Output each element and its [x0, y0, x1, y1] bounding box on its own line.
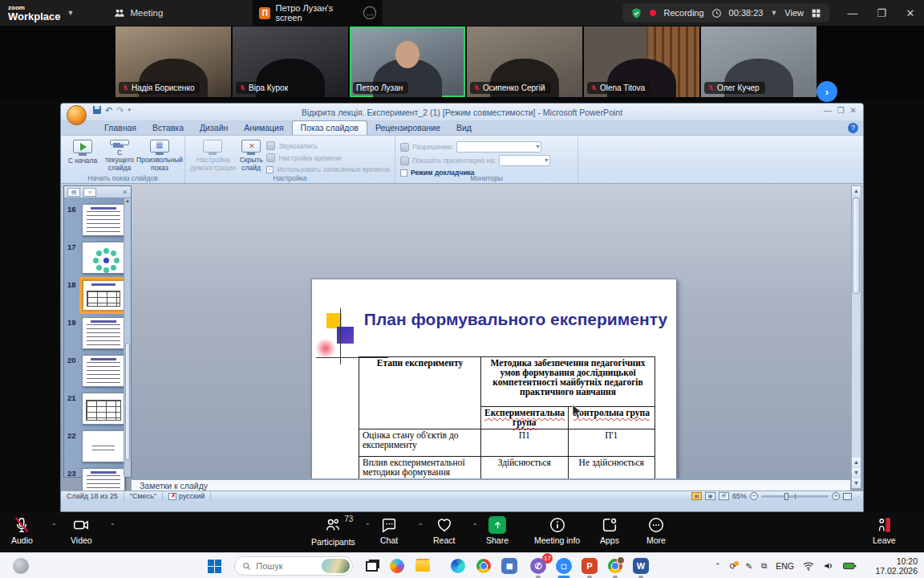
save-icon[interactable]: [93, 106, 101, 114]
taskbar-clock[interactable]: 10:20 17.02.2026: [875, 556, 918, 576]
tab-vstavka[interactable]: Вставка: [144, 121, 192, 135]
notes-pane[interactable]: Заметки к слайду: [132, 478, 850, 490]
audio-button[interactable]: Audio: [11, 516, 33, 545]
zoom-percentage[interactable]: 65%: [732, 492, 747, 500]
tab-animatsiya[interactable]: Анимация: [236, 121, 291, 135]
battery-icon[interactable]: [843, 561, 857, 571]
qat-chevron-icon[interactable]: ▾: [128, 107, 131, 113]
security-shield-icon[interactable]: [630, 7, 642, 19]
vertical-scrollbar[interactable]: ▲ ▲ ▼ ▼: [851, 185, 861, 489]
speaker-icon[interactable]: [823, 561, 834, 571]
leave-button[interactable]: Leave: [873, 516, 896, 545]
wifi-icon[interactable]: [803, 561, 814, 571]
task-view-button[interactable]: [363, 557, 380, 575]
search-input[interactable]: [256, 561, 317, 571]
tab-more-options-icon[interactable]: …: [363, 6, 376, 19]
sync-icon[interactable]: ⟳: [729, 561, 736, 571]
video-tile[interactable]: Віра Курок: [233, 26, 348, 97]
zoom-app-button[interactable]: ▢: [555, 557, 573, 575]
copilot-button[interactable]: [388, 557, 406, 575]
apps-button[interactable]: Apps: [600, 516, 619, 545]
search-highlight-image[interactable]: [322, 559, 350, 573]
undo-icon[interactable]: ↶: [105, 106, 112, 114]
slideshow-view-button[interactable]: 🗗: [719, 492, 729, 500]
panel-scrollbar[interactable]: ▲: [124, 198, 131, 477]
file-explorer-button[interactable]: [414, 557, 432, 575]
show-on-dropdown[interactable]: [499, 155, 550, 166]
powerpoint-title-bar[interactable]: ↶ ↷ ▾ Відкрита лекція. Експеримент_2 (1)…: [61, 104, 863, 120]
meeting-info-button[interactable]: Meeting info: [534, 516, 580, 545]
react-button[interactable]: React: [433, 516, 455, 545]
slide-thumbnail[interactable]: 17: [64, 242, 126, 274]
tab-retsenzirovanie[interactable]: Рецензирование: [367, 121, 448, 135]
from-beginning-button[interactable]: С начала: [66, 138, 99, 173]
minimize-button[interactable]: —: [847, 7, 858, 19]
tray-expand-icon[interactable]: ⌃: [715, 562, 721, 570]
video-tile[interactable]: Осипенко Сергій: [467, 26, 582, 97]
language-indicator[interactable]: ENG: [776, 561, 794, 571]
audio-chevron-icon[interactable]: ⌃: [51, 523, 57, 530]
next-slide-icon[interactable]: ▼: [852, 468, 861, 478]
tab-glavnaya[interactable]: Главная: [96, 121, 144, 135]
office-button[interactable]: [67, 105, 87, 125]
tab-shared-screen[interactable]: П Петро Лузан's screen …: [253, 0, 383, 26]
slide-thumbnail[interactable]: 16: [64, 204, 126, 236]
from-current-slide-button[interactable]: С текущего слайда: [103, 138, 136, 173]
video-tile[interactable]: Олег Кучер: [701, 26, 817, 97]
calculator-button[interactable]: ▦: [500, 557, 518, 575]
more-button[interactable]: More: [646, 516, 666, 545]
scroll-up-icon[interactable]: ▲: [124, 198, 131, 203]
chrome-profile-button[interactable]: [606, 557, 624, 575]
video-tile-active-speaker[interactable]: Петро Лузан: [350, 26, 465, 97]
timer-chevron-icon[interactable]: ▼: [770, 9, 777, 17]
tab-dizayn[interactable]: Дизайн: [192, 121, 236, 135]
previous-slide-icon[interactable]: ▲: [852, 458, 861, 467]
spellcheck-status[interactable]: русский: [163, 491, 211, 501]
zoom-slider[interactable]: [761, 495, 829, 498]
participants-button[interactable]: 73 Participants: [311, 516, 355, 547]
slide-canvas[interactable]: План формувального експерименту Етапи ек…: [311, 279, 677, 490]
chat-button[interactable]: Chat: [380, 516, 398, 545]
chrome-button[interactable]: [475, 557, 492, 575]
snip-icon[interactable]: ⧉: [761, 561, 767, 571]
zoom-in-icon[interactable]: +: [832, 492, 840, 500]
share-button[interactable]: Share: [486, 516, 509, 545]
tab-pokaz-slaydov[interactable]: Показ слайдов: [292, 120, 367, 135]
scroll-up-icon[interactable]: ▲: [852, 186, 861, 196]
start-button[interactable]: [205, 557, 223, 575]
hide-slide-button[interactable]: Скрыть слайд: [239, 138, 264, 173]
viber-button[interactable]: ✆ 17: [529, 557, 547, 575]
slide-sorter-button[interactable]: ▦: [705, 492, 715, 500]
weather-icon[interactable]: [13, 558, 29, 574]
zoom-out-icon[interactable]: −: [750, 492, 758, 500]
participants-chevron-icon[interactable]: ⌃: [365, 523, 371, 530]
ppt-restore-button[interactable]: ❐: [837, 106, 845, 115]
scrollbar-thumb[interactable]: [125, 343, 130, 460]
slide-thumbnail[interactable]: 20: [64, 355, 126, 387]
chat-chevron-icon[interactable]: ⌃: [418, 523, 424, 530]
outline-tab-icon[interactable]: ≡: [83, 188, 96, 197]
close-button[interactable]: ✕: [905, 7, 916, 19]
scrollbar-thumb[interactable]: [853, 197, 860, 294]
slide-thumbnail-selected[interactable]: 18: [64, 279, 126, 311]
tab-meeting[interactable]: Meeting: [114, 8, 163, 18]
tab-vid[interactable]: Вид: [448, 121, 480, 135]
video-tile[interactable]: Olena Titova: [584, 26, 699, 97]
custom-show-button[interactable]: Произвольный показ: [140, 138, 180, 173]
video-tile[interactable]: Надія Борисенко: [116, 26, 231, 97]
taskbar-search[interactable]: [234, 556, 353, 576]
scroll-down-icon[interactable]: ▼: [852, 478, 861, 488]
resolution-dropdown[interactable]: [456, 141, 541, 153]
video-button[interactable]: Video: [71, 516, 92, 545]
slides-tab-icon[interactable]: ▤: [67, 188, 80, 197]
slide-thumbnail[interactable]: 21: [64, 393, 126, 425]
setup-show-button[interactable]: Настройка демонстрации: [190, 138, 236, 173]
normal-view-button[interactable]: ▤: [691, 492, 702, 500]
pen-input-icon[interactable]: ✎: [745, 561, 752, 571]
video-chevron-icon[interactable]: ⌃: [110, 523, 116, 530]
resize-grip[interactable]: ⋰: [855, 493, 861, 500]
slide-thumbnail[interactable]: 19: [64, 317, 126, 349]
ppt-minimize-button[interactable]: —: [824, 106, 832, 115]
next-videos-button[interactable]: ›: [817, 81, 837, 102]
word-button[interactable]: W: [632, 557, 650, 575]
